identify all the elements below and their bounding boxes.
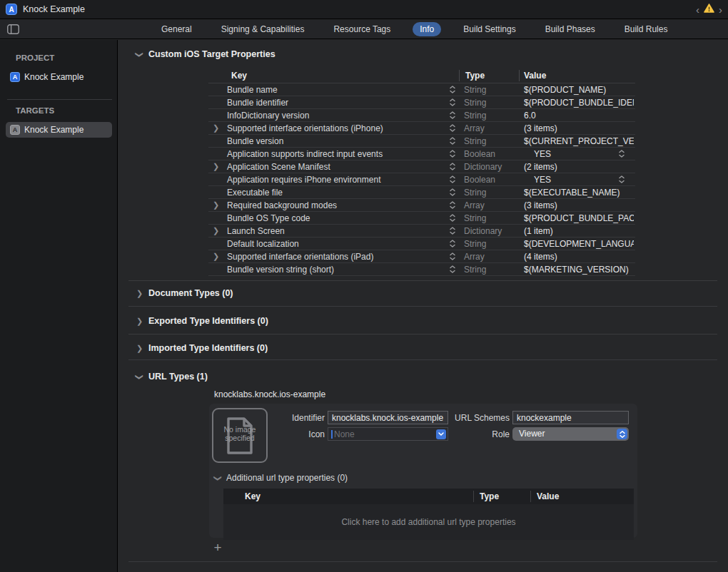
- property-value[interactable]: $(CURRENT_PROJECT_VERS: [524, 136, 634, 146]
- property-row[interactable]: Default localizationString$(DEVELOPMENT_…: [208, 238, 635, 250]
- key-stepper-icon[interactable]: [450, 163, 455, 173]
- additional-properties-header[interactable]: ❯ Additional url type properties (0): [215, 473, 348, 483]
- property-row[interactable]: Application supports indirect input even…: [208, 148, 635, 160]
- property-value[interactable]: $(EXECUTABLE_NAME): [524, 188, 634, 198]
- property-row[interactable]: Bundle versionString$(CURRENT_PROJECT_VE…: [208, 135, 635, 148]
- warning-icon[interactable]: [704, 4, 714, 15]
- section-exported-type-identifiers-0[interactable]: ❯Exported Type Identifiers (0): [136, 315, 268, 327]
- property-value[interactable]: YES: [534, 149, 644, 159]
- property-value[interactable]: $(MARKETING_VERSION): [524, 265, 634, 275]
- property-value[interactable]: 6.0: [524, 111, 634, 121]
- disclosure-chevron-icon[interactable]: ❯: [136, 317, 143, 325]
- property-value[interactable]: (2 items): [524, 162, 634, 172]
- url-schemes-field[interactable]: knockexample: [512, 411, 629, 424]
- sidebar-item-label: Knock Example: [24, 125, 84, 135]
- property-row[interactable]: ❯Supported interface orientations (iPad)…: [208, 250, 635, 263]
- key-stepper-icon[interactable]: [450, 201, 455, 211]
- disclosure-chevron-icon[interactable]: ❯: [213, 162, 219, 171]
- disclosure-chevron-icon[interactable]: ❯: [136, 290, 143, 297]
- forward-chevron-icon[interactable]: ›: [719, 4, 722, 15]
- key-stepper-icon[interactable]: [450, 214, 455, 224]
- text-caret: [331, 430, 333, 439]
- identifier-field[interactable]: knocklabs.knock.ios-example: [328, 411, 448, 424]
- key-stepper-icon[interactable]: [450, 137, 455, 147]
- sidebar-item-target[interactable]: A Knock Example: [6, 122, 112, 138]
- tab-build-phases[interactable]: Build Phases: [538, 22, 602, 36]
- value-stepper-icon[interactable]: [619, 150, 625, 160]
- add-properties-placeholder[interactable]: Click here to add additional url type pr…: [223, 504, 634, 540]
- key-stepper-icon[interactable]: [450, 252, 455, 262]
- key-stepper-icon[interactable]: [450, 111, 455, 121]
- property-value[interactable]: $(PRODUCT_BUNDLE_PACKA: [524, 213, 634, 223]
- key-stepper-icon[interactable]: [450, 188, 455, 198]
- property-row[interactable]: Bundle OS Type codeString$(PRODUCT_BUNDL…: [208, 212, 635, 225]
- key-stepper-icon[interactable]: [450, 227, 455, 237]
- chevron-down-icon[interactable]: ❯: [136, 51, 143, 58]
- popup-stepper-icon[interactable]: [617, 429, 627, 439]
- property-row[interactable]: ❯Application Scene ManifestDictionary(2 …: [208, 160, 635, 173]
- disclosure-chevron-icon[interactable]: ❯: [213, 226, 219, 235]
- disclosure-chevron-icon[interactable]: ❯: [213, 200, 219, 210]
- key-stepper-icon[interactable]: [450, 175, 455, 185]
- disclosure-chevron-icon[interactable]: ❯: [213, 123, 219, 133]
- title-nav-group: ‹ ›: [696, 4, 722, 15]
- key-stepper-icon[interactable]: [450, 265, 455, 275]
- icon-combobox[interactable]: None: [328, 427, 448, 441]
- chevron-down-icon[interactable]: ❯: [214, 475, 222, 481]
- tab-signing-capabilities[interactable]: Signing & Capabilities: [214, 22, 312, 36]
- role-label: Role: [438, 429, 510, 439]
- property-type: Array: [464, 252, 485, 262]
- section-url-types[interactable]: ❯ URL Types (1): [136, 371, 208, 382]
- property-type: String: [464, 85, 486, 95]
- section-divider: [128, 359, 717, 360]
- property-value[interactable]: (4 items): [524, 252, 634, 262]
- additional-properties-table: Key Type Value Click here to add additio…: [223, 489, 634, 540]
- chevron-down-icon[interactable]: ❯: [136, 374, 143, 380]
- property-row[interactable]: ❯Launch ScreenDictionary(1 item): [208, 225, 635, 238]
- property-row[interactable]: Application requires iPhone environmentB…: [208, 173, 635, 186]
- property-key: Bundle version string (short): [227, 265, 334, 275]
- back-chevron-icon[interactable]: ‹: [696, 4, 699, 15]
- property-value[interactable]: YES: [534, 175, 644, 185]
- property-value[interactable]: $(DEVELOPMENT_LANGUAGI: [524, 239, 634, 249]
- property-row[interactable]: ❯Required background modesArray(3 items): [208, 199, 635, 212]
- key-stepper-icon[interactable]: [450, 124, 455, 134]
- property-row[interactable]: Bundle version string (short)String$(MAR…: [208, 263, 635, 276]
- tab-build-rules[interactable]: Build Rules: [617, 22, 675, 36]
- targets-section-header: TARGETS: [16, 106, 54, 115]
- key-stepper-icon[interactable]: [450, 240, 455, 250]
- property-row[interactable]: Bundle nameString$(PRODUCT_NAME): [208, 83, 635, 96]
- property-row[interactable]: InfoDictionary versionString6.0: [208, 109, 635, 122]
- tab-general[interactable]: General: [154, 22, 199, 36]
- section-custom-ios-target-properties[interactable]: ❯ Custom iOS Target Properties: [136, 48, 275, 60]
- section-document-types-0[interactable]: ❯Document Types (0): [136, 287, 233, 299]
- property-value[interactable]: $(PRODUCT_BUNDLE_IDENT: [524, 98, 634, 108]
- key-stepper-icon[interactable]: [450, 86, 455, 96]
- property-value[interactable]: (1 item): [524, 226, 634, 236]
- property-value[interactable]: $(PRODUCT_NAME): [524, 85, 634, 95]
- disclosure-chevron-icon[interactable]: ❯: [136, 344, 143, 352]
- property-row[interactable]: ❯Supported interface orientations (iPhon…: [208, 122, 635, 135]
- tab-info[interactable]: Info: [413, 22, 441, 36]
- key-stepper-icon[interactable]: [450, 150, 455, 160]
- column-header-value: Value: [524, 71, 546, 81]
- tab-resource-tags[interactable]: Resource Tags: [326, 22, 398, 36]
- property-row[interactable]: Executable fileString$(EXECUTABLE_NAME): [208, 186, 635, 199]
- url-schemes-label: URL Schemes: [438, 413, 510, 423]
- property-value[interactable]: (3 items): [524, 123, 634, 133]
- role-popup-button[interactable]: Viewer: [512, 427, 629, 441]
- sidebar-toggle-button[interactable]: [7, 24, 19, 36]
- section-imported-type-identifiers-0[interactable]: ❯Imported Type Identifiers (0): [136, 342, 268, 354]
- window-title-bar: A Knock Example ‹ ›: [0, 0, 728, 19]
- key-stepper-icon[interactable]: [450, 98, 455, 108]
- property-row[interactable]: Bundle identifierString$(PRODUCT_BUNDLE_…: [208, 96, 635, 109]
- property-value[interactable]: (3 items): [524, 200, 634, 210]
- property-type: String: [464, 98, 486, 108]
- disclosure-chevron-icon[interactable]: ❯: [213, 252, 219, 261]
- tab-build-settings[interactable]: Build Settings: [456, 22, 522, 36]
- sidebar-item-project[interactable]: A Knock Example: [6, 69, 112, 85]
- property-key: Bundle OS Type code: [227, 213, 310, 223]
- value-stepper-icon[interactable]: [619, 175, 625, 185]
- add-url-type-button[interactable]: +: [211, 541, 224, 554]
- property-key: Bundle name: [227, 85, 278, 95]
